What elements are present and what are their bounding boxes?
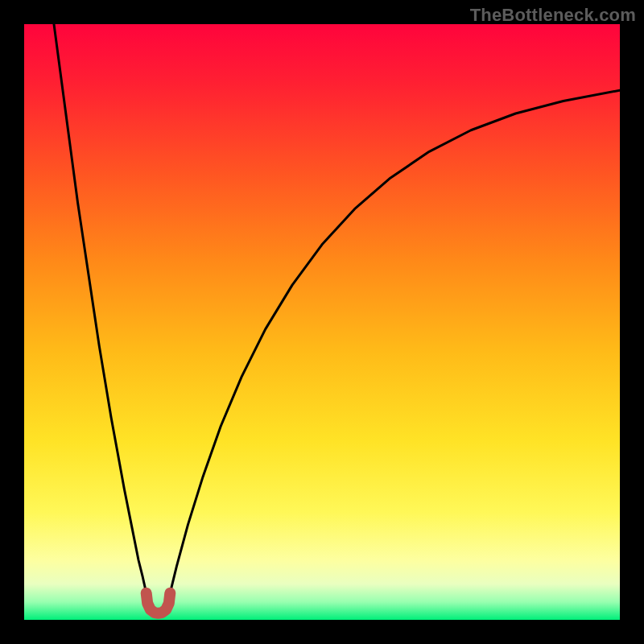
chart-frame [24,24,620,620]
chart-background [24,24,620,620]
watermark-text: TheBottleneck.com [470,5,636,26]
chart-svg [24,24,620,620]
